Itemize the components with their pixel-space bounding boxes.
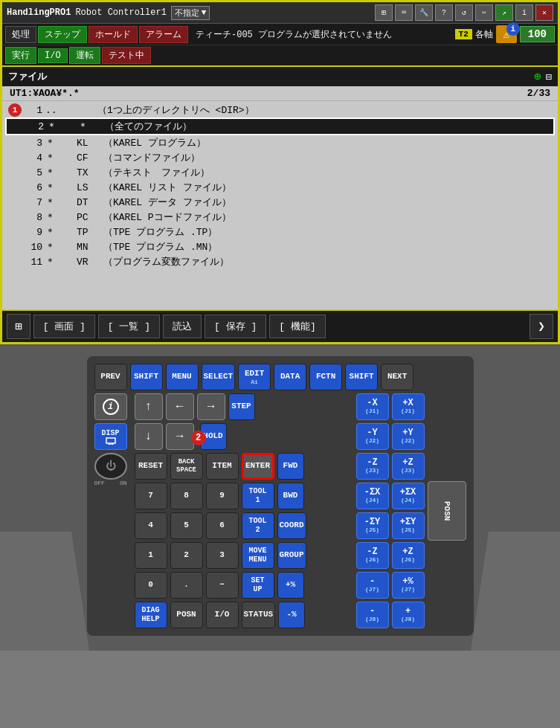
- bwd-btn[interactable]: BWD: [277, 483, 304, 509]
- menu-io[interactable]: I/O: [38, 48, 68, 63]
- menu-shori[interactable]: 処理: [5, 26, 36, 43]
- shift-btn-left[interactable]: SHIFT: [130, 364, 163, 390]
- axis-pos-z-btn[interactable]: +Z(J3): [392, 453, 425, 480]
- fctn-btn[interactable]: FCTN: [309, 364, 342, 390]
- toolbar-read-btn[interactable]: 読込: [163, 315, 202, 338]
- axis-pos-j8-btn[interactable]: +(J8): [392, 602, 425, 628]
- refresh-icon-btn[interactable]: ↺: [455, 4, 473, 21]
- axis-neg-y-btn[interactable]: -Y(J2): [356, 423, 389, 450]
- arrow-up-btn[interactable]: ↑: [135, 393, 163, 420]
- menu-hold[interactable]: ホールド: [88, 26, 138, 43]
- table-row[interactable]: 9 ＊ TP （TPE プログラム .TP）: [5, 225, 555, 239]
- menu-test[interactable]: テスト中: [102, 47, 151, 64]
- num7-btn[interactable]: 7: [135, 483, 167, 509]
- axis-neg-y2-btn[interactable]: -ΣY(J5): [356, 512, 389, 539]
- go-icon-btn[interactable]: ↗: [495, 4, 513, 21]
- axis-neg-j8-btn[interactable]: -(J8): [356, 602, 389, 628]
- table-row[interactable]: 11 ＊ VR （プログラム変数ファイル）: [5, 254, 555, 269]
- io-btn[interactable]: I/O: [206, 602, 239, 628]
- axis-neg-z-btn[interactable]: -Z(J3): [356, 453, 389, 480]
- status-btn[interactable]: STATUS: [242, 602, 276, 628]
- table-row[interactable]: 10 ＊ MN （TPE プログラム .MN）: [5, 239, 555, 254]
- diag-help-btn[interactable]: DIAG HELP: [135, 602, 167, 628]
- power-btn[interactable]: ⏻: [94, 453, 127, 480]
- axis-pos-j7-btn[interactable]: +%(J7): [392, 572, 425, 599]
- toolbar-grid-btn[interactable]: ⊞: [7, 314, 30, 339]
- menu-jikko[interactable]: 実行: [5, 47, 36, 64]
- prev-btn[interactable]: PREV: [94, 364, 127, 390]
- arrow-left-btn[interactable]: ←: [166, 393, 194, 420]
- table-row[interactable]: 4 ＊ CF （コマンドファイル）: [5, 150, 555, 165]
- reset-btn[interactable]: RESET: [135, 453, 167, 480]
- axis-pos-sx-btn[interactable]: +ΣX(J4): [392, 483, 425, 509]
- toolbar-save-btn[interactable]: [ 保存 ]: [205, 315, 266, 338]
- num0-btn[interactable]: 0: [135, 572, 167, 599]
- tool2-btn[interactable]: TOOL 2: [242, 512, 274, 539]
- toolbar-func-btn[interactable]: [ 機能]: [269, 315, 325, 338]
- axis-neg-sx-btn[interactable]: -ΣX(J4): [356, 483, 389, 509]
- zoom-icon[interactable]: ⊕: [534, 69, 541, 84]
- axis-pos-y2-btn[interactable]: +ΣY(J5): [392, 512, 425, 539]
- arrow-right2-btn[interactable]: →: [166, 423, 194, 450]
- setup-btn[interactable]: SET UP: [242, 572, 274, 599]
- table-row[interactable]: 3 ＊ KL （KAREL プログラム）: [5, 135, 555, 150]
- axis-neg-j7-btn[interactable]: -(J7): [356, 572, 389, 599]
- select-btn[interactable]: SELECT: [202, 364, 236, 390]
- grid-icon-btn[interactable]: ⊞: [375, 4, 393, 21]
- arrow-down-btn[interactable]: ↓: [135, 423, 163, 450]
- backspace-btn[interactable]: BACK SPACE: [170, 453, 203, 480]
- dot-btn[interactable]: .: [170, 572, 203, 599]
- minus-pct-btn[interactable]: -%: [278, 602, 305, 628]
- plus-pct-btn[interactable]: +%: [277, 572, 304, 599]
- menu-alarm[interactable]: アラーム: [139, 26, 188, 43]
- axis-neg-z2-btn[interactable]: -Z(J6): [356, 542, 389, 569]
- num5-btn[interactable]: 5: [170, 512, 203, 539]
- table-row[interactable]: 5 ＊ TX （テキスト ファイル）: [5, 165, 555, 180]
- close-icon-btn[interactable]: ✕: [535, 4, 553, 21]
- num1-btn[interactable]: 1: [135, 542, 167, 569]
- table-row[interactable]: 1 1 .. （1つ上のディレクトリへ <DIR>）: [5, 103, 555, 117]
- layout-icon[interactable]: ⊟: [546, 71, 552, 83]
- arrow-right-btn[interactable]: →: [197, 393, 225, 420]
- minus-btn[interactable]: −: [206, 572, 239, 599]
- info-btn[interactable]: i: [94, 393, 127, 420]
- help-icon-btn[interactable]: ?: [435, 4, 453, 21]
- num4-btn[interactable]: 4: [135, 512, 167, 539]
- axis-pos-z2-btn[interactable]: +Z(J6): [392, 542, 425, 569]
- shift-btn-right[interactable]: SHIFT: [345, 364, 378, 390]
- wrench-icon-btn[interactable]: 🔧: [415, 4, 433, 21]
- posn-bottom-btn[interactable]: POSN: [170, 602, 203, 628]
- menu-step[interactable]: ステップ: [38, 26, 87, 43]
- edit-btn[interactable]: EDIT Ai: [238, 364, 271, 390]
- num6-btn[interactable]: 6: [206, 512, 239, 539]
- fwd-btn[interactable]: FWD: [277, 453, 304, 480]
- num3-btn[interactable]: 3: [206, 542, 239, 569]
- table-row[interactable]: 6 ＊ LS （KAREL リスト ファイル）: [5, 180, 555, 195]
- axis-pos-y-btn[interactable]: +Y(J2): [392, 423, 425, 450]
- next-btn[interactable]: NEXT: [381, 364, 413, 390]
- table-row[interactable]: 7 ＊ DT （KAREL データ ファイル）: [5, 195, 555, 210]
- group-btn[interactable]: GROUP: [277, 542, 306, 569]
- item-btn[interactable]: ITEM: [206, 453, 239, 480]
- num9-btn[interactable]: 9: [206, 483, 239, 509]
- toolbar-list-btn[interactable]: [ 一覧 ]: [98, 315, 160, 338]
- step-btn[interactable]: STEP: [228, 393, 255, 420]
- keyboard-icon-btn[interactable]: ⌨: [395, 4, 413, 21]
- tool1-btn[interactable]: TOOL 1: [242, 483, 274, 509]
- enter-btn[interactable]: ENTER: [242, 453, 274, 480]
- tool-icon-btn[interactable]: ✂: [475, 4, 493, 21]
- info2-icon-btn[interactable]: i: [515, 4, 533, 21]
- coord-btn[interactable]: COORD: [277, 512, 306, 539]
- toolbar-screen-btn[interactable]: [ 画面 ]: [33, 315, 95, 338]
- toolbar-next-btn[interactable]: ❯: [530, 314, 553, 339]
- menu-unten[interactable]: 運転: [69, 47, 100, 64]
- num8-btn[interactable]: 8: [170, 483, 203, 509]
- axis-neg-x-btn[interactable]: -X(J1): [356, 393, 389, 420]
- disp-btn[interactable]: DISP: [94, 423, 127, 450]
- move-menu-btn[interactable]: MOVE MENU: [242, 542, 274, 569]
- posn-btn[interactable]: POSN: [428, 481, 466, 541]
- table-row-selected[interactable]: 2 ＊ ＊ （全てのファイル）: [5, 117, 555, 135]
- num2-btn[interactable]: 2: [170, 542, 203, 569]
- axis-pos-x-btn[interactable]: +X(J1): [392, 393, 425, 420]
- table-row[interactable]: 8 ＊ PC （KAREL Pコードファイル）: [5, 210, 555, 225]
